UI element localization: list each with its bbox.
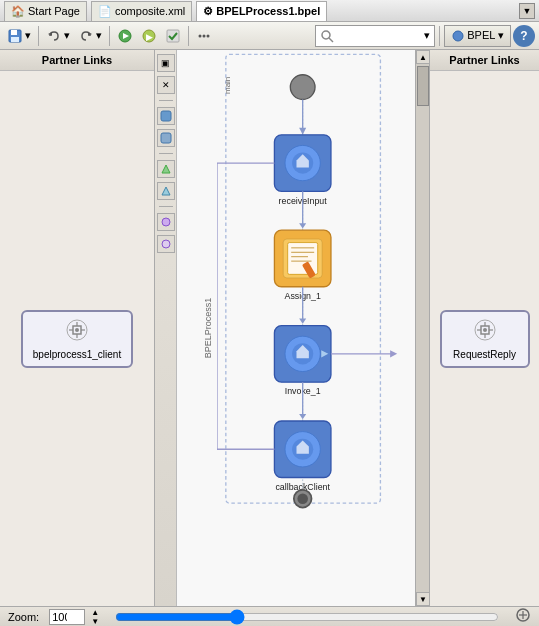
scroll-up-btn[interactable]: ▲: [416, 50, 429, 64]
redo-arrow[interactable]: ▾: [96, 29, 102, 42]
svg-point-25: [162, 240, 170, 248]
svg-rect-2: [11, 37, 19, 42]
tab-start-page[interactable]: 🏠 Start Page: [4, 1, 87, 21]
svg-point-57: [297, 493, 308, 504]
help-button[interactable]: ?: [513, 25, 535, 47]
svg-point-11: [203, 34, 206, 37]
vertical-scrollbar[interactable]: ▲ ▼: [415, 50, 429, 606]
left-panel-content: bpelprocess1_client: [0, 71, 154, 606]
canvas-sep3: [159, 206, 173, 207]
start-node[interactable]: [290, 75, 315, 100]
zoom-fit-icon[interactable]: [515, 607, 531, 626]
bpel-side-label: BPELProcess1: [199, 50, 217, 606]
request-reply-label: RequestReply: [452, 349, 518, 360]
bpelprocess1-client-label: bpelprocess1_client: [33, 349, 121, 360]
scroll-thumb[interactable]: [417, 66, 429, 106]
zoom-input[interactable]: [49, 609, 85, 625]
bpel-button[interactable]: BPEL ▾: [444, 25, 511, 47]
debug-button[interactable]: ▶: [138, 25, 160, 47]
zoom-slider[interactable]: [115, 611, 499, 623]
svg-point-12: [207, 34, 210, 37]
svg-point-24: [162, 218, 170, 226]
invoke-node[interactable]: [274, 326, 331, 383]
flow-area: BPELProcess1 main: [177, 50, 429, 606]
svg-point-13: [322, 31, 330, 39]
start-page-icon: 🏠: [11, 5, 25, 18]
svg-marker-45: [299, 319, 306, 324]
request-reply-node[interactable]: RequestReply: [440, 310, 530, 368]
svg-marker-51: [299, 414, 306, 419]
right-panel-content: RequestReply: [430, 71, 539, 606]
center-canvas: ▣ ✕: [155, 50, 429, 606]
undo-arrow[interactable]: ▾: [64, 29, 70, 42]
svg-line-14: [329, 38, 333, 42]
zoom-up-btn[interactable]: ▲▼: [91, 608, 99, 626]
canvas-collapse-btn[interactable]: ▣: [157, 54, 175, 72]
svg-marker-58: [390, 350, 397, 357]
canvas-tool3[interactable]: [157, 160, 175, 178]
svg-point-17: [75, 328, 79, 332]
undo-button[interactable]: ▾: [43, 25, 73, 47]
canvas-sep1: [159, 100, 173, 101]
svg-point-60: [483, 328, 487, 332]
canvas-tool4[interactable]: [157, 182, 175, 200]
canvas-toolbar: ▣ ✕: [155, 50, 177, 606]
redo-button[interactable]: ▾: [75, 25, 105, 47]
sep4: [439, 26, 440, 46]
canvas-tool2[interactable]: [157, 129, 175, 147]
svg-text:▶: ▶: [146, 32, 153, 42]
svg-rect-38: [288, 243, 318, 275]
assign-node[interactable]: [274, 230, 331, 287]
canvas-close-btn[interactable]: ✕: [157, 76, 175, 94]
sep3: [188, 26, 189, 46]
svg-marker-30: [299, 128, 306, 135]
svg-rect-1: [11, 30, 17, 35]
canvas-tool6[interactable]: [157, 235, 175, 253]
svg-rect-9: [167, 30, 179, 42]
request-reply-icon: [452, 318, 518, 347]
toolbar: ▾ ▾ ▾ ▶ ▾ BPEL ▾ ?: [0, 22, 539, 50]
canvas-sep2: [159, 153, 173, 154]
right-partner-panel: Partner Links RequestReply: [429, 50, 539, 606]
search-dropdown-arrow[interactable]: ▾: [424, 29, 430, 42]
flow-diagram: main receiveInput: [217, 50, 429, 606]
main-area: Partner Links bpelprocess1_client: [0, 50, 539, 606]
canvas-tool5[interactable]: [157, 213, 175, 231]
tab-composite[interactable]: 📄 composite.xml: [91, 1, 192, 21]
svg-marker-35: [299, 223, 306, 228]
sep2: [109, 26, 110, 46]
svg-point-15: [453, 31, 463, 41]
bpel-icon: ⚙: [203, 5, 213, 18]
svg-rect-22: [161, 111, 171, 121]
save-dropdown-arrow[interactable]: ▾: [25, 29, 31, 42]
svg-point-10: [199, 34, 202, 37]
receive-input-node[interactable]: [274, 135, 331, 192]
more-button[interactable]: [193, 25, 215, 47]
bpelprocess1-client-icon: [33, 318, 121, 347]
left-panel-header: Partner Links: [0, 50, 154, 71]
search-dropdown[interactable]: ▾: [315, 25, 435, 47]
save-button[interactable]: ▾: [4, 25, 34, 47]
scroll-track: [416, 64, 429, 592]
validate-button[interactable]: [162, 25, 184, 47]
sep1: [38, 26, 39, 46]
tab-bpel[interactable]: ⚙ BPELProcess1.bpel: [196, 1, 327, 21]
right-panel-header: Partner Links: [430, 50, 539, 71]
expand-button[interactable]: ▼: [519, 3, 535, 19]
callback-node[interactable]: [274, 421, 331, 478]
svg-rect-23: [161, 133, 171, 143]
left-partner-panel: Partner Links bpelprocess1_client: [0, 50, 155, 606]
composite-icon: 📄: [98, 5, 112, 18]
svg-text:main: main: [223, 77, 232, 94]
scroll-down-btn[interactable]: ▼: [416, 592, 429, 606]
zoom-label: Zoom:: [8, 611, 39, 623]
canvas-tool1[interactable]: [157, 107, 175, 125]
bpelprocess1-client-node[interactable]: bpelprocess1_client: [21, 310, 133, 368]
title-bar: 🏠 Start Page 📄 composite.xml ⚙ BPELProce…: [0, 0, 539, 22]
status-bar: Zoom: ▲▼: [0, 606, 539, 626]
run-button[interactable]: [114, 25, 136, 47]
